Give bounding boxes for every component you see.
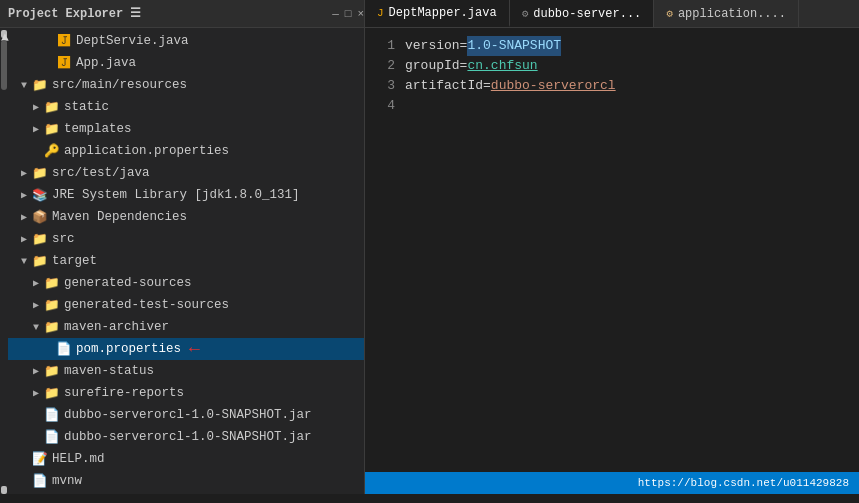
chevron-expanded: ▼: [28, 319, 44, 335]
status-bar: https://blog.csdn.net/u011429828: [365, 472, 859, 494]
tree-item-generated-test-sources[interactable]: ▶ 📁 generated-test-sources: [8, 294, 364, 316]
editor-content: 1 2 3 4 version=1.0-SNAPSHOT groupId=cn.…: [365, 28, 859, 472]
tree-item-maven-status[interactable]: ▶ 📁 maven-status: [8, 360, 364, 382]
line3-prefix: artifactId=: [405, 76, 491, 96]
maximize-icon[interactable]: □: [345, 8, 352, 20]
tab-deptmapper[interactable]: J DeptMapper.java: [365, 0, 510, 27]
maven-deps-icon: 📦: [32, 209, 48, 225]
java-file-icon: 🅹: [56, 33, 72, 49]
app-label: App.java: [76, 56, 136, 70]
folder-icon: 📁: [44, 385, 60, 401]
tree-item-mvnw[interactable]: 📄 mvnw: [8, 470, 364, 492]
folder-icon: 📁: [44, 99, 60, 115]
tree-item-surefire-reports[interactable]: ▶ 📁 surefire-reports: [8, 382, 364, 404]
tree-item-pom-properties[interactable]: 📄 pom.properties ←: [8, 338, 364, 360]
tree-item-help-md[interactable]: 📝 HELP.md: [8, 448, 364, 470]
scroll-up-arrow[interactable]: ▲: [1, 30, 7, 38]
tree-item-dubbo-jar1[interactable]: 📄 dubbo-serverorcl-1.0-SNAPSHOT.jar: [8, 404, 364, 426]
pom-properties-label: pom.properties: [76, 342, 181, 356]
tree-item-maven-archiver[interactable]: ▼ 📁 maven-archiver: [8, 316, 364, 338]
maven-archiver-label: maven-archiver: [64, 320, 169, 334]
line3-link: dubbo-serverorcl: [491, 76, 616, 96]
close-icon[interactable]: ×: [357, 8, 364, 20]
explorer-tree[interactable]: 🅹 DeptServie.java 🅹 App.java: [8, 28, 364, 494]
explorer-panel: ▲ 🅹 DeptServie.java: [0, 28, 365, 494]
jar-icon: 📄: [44, 407, 60, 423]
line-num-2: 2: [365, 56, 395, 76]
code-line-1: version=1.0-SNAPSHOT: [405, 36, 839, 56]
line-num-1: 1: [365, 36, 395, 56]
dubbo-jar2-label: dubbo-serverorcl-1.0-SNAPSHOT.jar: [64, 430, 312, 444]
code-area[interactable]: version=1.0-SNAPSHOT groupId=cn.chfsun a…: [405, 36, 859, 464]
tree-item-src-test[interactable]: ▶ 📁 src/test/java: [8, 162, 364, 184]
tab-dubbo-server[interactable]: ⚙ dubbo-server...: [510, 0, 655, 27]
static-label: static: [64, 100, 109, 114]
tree-item-maven-deps[interactable]: ▶ 📦 Maven Dependencies: [8, 206, 364, 228]
explorer-inner: ▲ 🅹 DeptServie.java: [0, 28, 364, 494]
tree-item-application-properties[interactable]: 🔑 application.properties: [8, 140, 364, 162]
folder-icon: 📁: [44, 319, 60, 335]
app-container: Project Explorer ☰ — □ × J DeptMapper.ja…: [0, 0, 859, 494]
tree-item-app[interactable]: 🅹 App.java: [8, 52, 364, 74]
line1-highlight: 1.0-SNAPSHOT: [467, 36, 561, 56]
deptservie-label: DeptServie.java: [76, 34, 189, 48]
jar-icon: 📄: [44, 429, 60, 445]
tree-item-jre[interactable]: ▶ 📚 JRE System Library [jdk1.8.0_131]: [8, 184, 364, 206]
no-chevron: [28, 407, 44, 423]
code-line-2: groupId=cn.chfsun: [405, 56, 839, 76]
explorer-toolbar-icons: — □ ×: [332, 8, 364, 20]
no-chevron: [40, 341, 56, 357]
folder-icon: 📁: [32, 77, 48, 93]
tree-item-templates[interactable]: ▶ 📁 templates: [8, 118, 364, 140]
scroll-down-arrow[interactable]: [1, 486, 7, 494]
chevron-expanded: ▼: [16, 253, 32, 269]
chevron-expanded: ▼: [16, 77, 32, 93]
tree-item-src-main-resources[interactable]: ▼ 📁 src/main/resources: [8, 74, 364, 96]
tab-application-label: application....: [678, 7, 786, 21]
minimize-icon[interactable]: —: [332, 8, 339, 20]
tree-item-generated-sources[interactable]: ▶ 📁 generated-sources: [8, 272, 364, 294]
no-chevron: [16, 473, 32, 489]
tree-item-src[interactable]: ▶ 📁 src: [8, 228, 364, 250]
status-url: https://blog.csdn.net/u011429828: [638, 477, 849, 489]
chevron-collapsed: ▶: [28, 385, 44, 401]
chevron-collapsed: ▶: [28, 363, 44, 379]
folder-icon: 📁: [44, 275, 60, 291]
pom-properties-icon: 📄: [56, 341, 72, 357]
java-file-icon: J: [377, 7, 384, 19]
src-test-label: src/test/java: [52, 166, 150, 180]
chevron-collapsed: ▶: [16, 187, 32, 203]
chevron-collapsed: ▶: [28, 275, 44, 291]
templates-label: templates: [64, 122, 132, 136]
line-numbers: 1 2 3 4: [365, 36, 405, 464]
tree-item-target[interactable]: ▼ 📁 target: [8, 250, 364, 272]
no-chevron: [28, 143, 44, 159]
tree-item-static[interactable]: ▶ 📁 static: [8, 96, 364, 118]
no-chevron: [28, 429, 44, 445]
tab-application[interactable]: ⚙ application....: [654, 0, 799, 27]
tree-item-deptservie[interactable]: 🅹 DeptServie.java: [8, 30, 364, 52]
maven-deps-label: Maven Dependencies: [52, 210, 187, 224]
src-label: src: [52, 232, 75, 246]
tab-dubbo-label: dubbo-server...: [533, 7, 641, 21]
folder-icon: 📁: [32, 165, 48, 181]
help-md-label: HELP.md: [52, 452, 105, 466]
scrollbar-track[interactable]: ▲: [0, 28, 8, 494]
application-file-icon: ⚙: [666, 7, 673, 20]
properties-file-icon: ⚙: [522, 7, 529, 20]
md-file-icon: 📝: [32, 451, 48, 467]
mvnw-label: mvnw: [52, 474, 82, 488]
application-properties-label: application.properties: [64, 144, 229, 158]
java-file-icon: 🅹: [56, 55, 72, 71]
editor-panel: 1 2 3 4 version=1.0-SNAPSHOT groupId=cn.…: [365, 28, 859, 494]
code-line-3: artifactId=dubbo-serverorcl: [405, 76, 839, 96]
tree-item-dubbo-jar2[interactable]: 📄 dubbo-serverorcl-1.0-SNAPSHOT.jar: [8, 426, 364, 448]
src-main-resources-label: src/main/resources: [52, 78, 187, 92]
line-num-4: 4: [365, 96, 395, 116]
line2-link: cn.chfsun: [467, 56, 537, 76]
generated-test-sources-label: generated-test-sources: [64, 298, 229, 312]
scroll-thumb[interactable]: [1, 40, 7, 90]
no-chevron: [16, 451, 32, 467]
folder-icon: 📁: [44, 363, 60, 379]
chevron-collapsed: ▶: [16, 231, 32, 247]
